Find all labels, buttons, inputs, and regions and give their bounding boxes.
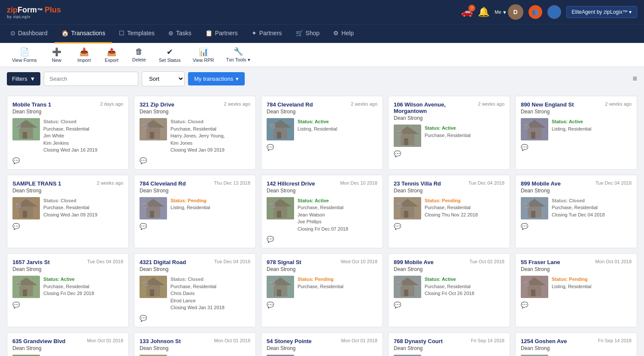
elite-button[interactable]: EliteAgent by zipLogix™ ▾ bbox=[566, 6, 637, 18]
new-icon: ➕ bbox=[52, 47, 61, 57]
export-btn[interactable]: 📤 Export bbox=[99, 46, 125, 64]
card-body: Status: Closed Purchase, Residential Clo… bbox=[521, 197, 632, 219]
team-avatar-2[interactable]: 👤 bbox=[547, 5, 561, 19]
menu-item-tasks[interactable]: ⊚ Tasks bbox=[161, 24, 198, 43]
new-btn[interactable]: ➕ New bbox=[44, 46, 70, 64]
view-forms-icon: 📄 bbox=[20, 47, 29, 57]
card-header: Mobile Trans 1 Dean Strong 2 days ago bbox=[12, 101, 123, 115]
transaction-card[interactable]: 899 Mobile Ave Dean Strong Tue Dec 04 20… bbox=[515, 175, 637, 249]
comment-icon: 💬 bbox=[394, 223, 401, 230]
transaction-card[interactable]: 23 Tennis Villa Rd Dean Strong Tue Dec 0… bbox=[388, 175, 510, 249]
status-badge: Status: Active bbox=[425, 277, 456, 282]
transaction-card[interactable]: 133 Johnson St Dean Strong Mon Oct 01 20… bbox=[134, 332, 256, 356]
transaction-card[interactable]: 899 Mobile Ave Dean Strong Tue Oct 02 20… bbox=[388, 253, 510, 327]
card-date: Tue Dec 04 2018 bbox=[468, 180, 504, 186]
svg-rect-33 bbox=[150, 211, 154, 218]
transaction-type: Listing, Residential bbox=[298, 125, 337, 133]
transaction-card[interactable]: SAMPLE TRANS 1 Dean Strong 2 weeks ago S… bbox=[7, 175, 129, 249]
transaction-card[interactable]: 54 Stoney Pointe Dean Strong Mon Oct 01 … bbox=[261, 332, 383, 356]
list-view-btn[interactable]: ≡ bbox=[632, 74, 637, 83]
card-body: Status: Pending Listing, Residential bbox=[267, 355, 377, 356]
card-image bbox=[394, 197, 421, 219]
transaction-card[interactable]: 784 Cleveland Rd Dean Strong 2 weeks ago… bbox=[261, 96, 383, 170]
card-title: 1657 Jarvis St bbox=[12, 259, 50, 265]
transaction-card[interactable]: 784 Cleveland Rd Dean Strong Thu Dec 13 … bbox=[134, 175, 256, 249]
comment-icon: 💬 bbox=[521, 144, 528, 151]
txn-tools-btn[interactable]: 🔧 Txn Tools ▾ bbox=[221, 45, 255, 64]
import-btn[interactable]: 📥 Import bbox=[71, 46, 97, 64]
me-label: Me bbox=[495, 9, 501, 15]
team-avatar-1[interactable]: 👥 bbox=[529, 5, 542, 19]
transaction-card[interactable]: 1657 Jarvis St Dean Strong Tue Dec 04 20… bbox=[7, 253, 129, 327]
menu-item-help[interactable]: ⚙ Help bbox=[326, 24, 361, 43]
card-image bbox=[521, 355, 548, 356]
card-title: 899 Mobile Ave bbox=[521, 180, 561, 187]
card-footer: 💬 bbox=[140, 223, 250, 230]
export-label: Export bbox=[105, 58, 118, 63]
transaction-type: Purchase, Residential bbox=[43, 125, 97, 133]
transaction-card[interactable]: 321 Zip Drive Dean Strong 2 weeks ago St… bbox=[134, 96, 256, 170]
svg-rect-34 bbox=[143, 203, 148, 207]
search-input[interactable] bbox=[44, 72, 138, 86]
card-header: 4321 Digital Road Dean Strong Tue Dec 04… bbox=[140, 259, 250, 272]
view-rpr-btn[interactable]: 📊 View RPR bbox=[188, 46, 219, 64]
menu-label-transactions: Transactions bbox=[71, 30, 106, 37]
set-status-btn[interactable]: ✔ Set Status bbox=[154, 46, 186, 64]
card-agent: Dean Strong bbox=[267, 266, 301, 272]
status-badge: Status: Active bbox=[298, 119, 329, 124]
car-icon-btn[interactable]: 🚗 7 bbox=[461, 6, 473, 18]
help-icon: ⚙ bbox=[333, 30, 339, 37]
card-date: Mon Oct 01 2018 bbox=[214, 338, 250, 343]
my-transactions-btn[interactable]: My transactions ▾ bbox=[188, 72, 245, 85]
card-date: Mon Dec 10 2018 bbox=[340, 180, 377, 186]
transaction-card[interactable]: 4321 Digital Road Dean Strong Tue Dec 04… bbox=[134, 253, 256, 327]
transaction-card[interactable]: 55 Fraser Lane Dean Strong Mon Oct 01 20… bbox=[515, 253, 637, 327]
card-image bbox=[267, 197, 294, 219]
transaction-card[interactable]: 106 Wilson Avenue, Morgantown Dean Stron… bbox=[388, 96, 510, 170]
transaction-card[interactable]: 978 Signal St Dean Strong Wed Oct 10 201… bbox=[261, 253, 383, 327]
transaction-type: Listing, Residential bbox=[552, 125, 591, 133]
transaction-card[interactable]: 142 Hillcrest Drive Dean Strong Mon Dec … bbox=[261, 175, 383, 249]
transaction-card[interactable]: 890 New England St Dean Strong 2 weeks a… bbox=[515, 96, 637, 170]
view-rpr-icon: 📊 bbox=[199, 47, 208, 57]
menu-item-partners[interactable]: ✦ Partners bbox=[245, 24, 289, 43]
transaction-card[interactable]: 1254 Goshen Ave Dean Strong Fri Sep 14 2… bbox=[515, 332, 637, 356]
bell-icon-btn[interactable]: 🔔 bbox=[478, 6, 489, 18]
menu-item-transactions[interactable]: 🏠 Transactions bbox=[55, 24, 112, 43]
menu-item-shop[interactable]: 🛒 Shop bbox=[289, 24, 327, 43]
delete-btn[interactable]: 🗑 Delete bbox=[126, 46, 152, 64]
view-forms-btn[interactable]: 📄 View Forms bbox=[7, 46, 42, 64]
card-details: Status: Active Listing, Residential bbox=[298, 118, 337, 140]
status-badge: Status: Closed bbox=[43, 119, 76, 124]
menu-item-dashboard[interactable]: ⊙ Dashboard bbox=[3, 24, 55, 43]
transaction-card[interactable]: 635 Grandview Blvd Dean Strong Mon Oct 0… bbox=[7, 332, 129, 356]
logo-tm: ™ bbox=[37, 7, 43, 14]
menu-label-templates: Templates bbox=[127, 30, 155, 37]
comment-icon: 💬 bbox=[12, 157, 20, 164]
status-badge: Status: Pending bbox=[425, 198, 461, 203]
me-button[interactable]: Me ▾ D bbox=[495, 4, 523, 20]
card-footer: 💬 bbox=[394, 150, 504, 157]
card-date: 2 weeks ago bbox=[605, 101, 632, 106]
card-title: 1254 Goshen Ave bbox=[521, 338, 567, 344]
shop-icon: 🛒 bbox=[296, 30, 303, 37]
card-details: Status: Active Purchase, Residential bbox=[43, 355, 89, 356]
tasks-icon: ⊚ bbox=[168, 30, 173, 37]
transaction-card[interactable]: 768 Dynasty Court Dean Strong Fri Sep 14… bbox=[388, 332, 510, 356]
transaction-card[interactable]: Mobile Trans 1 Dean Strong 2 days ago St… bbox=[7, 96, 129, 170]
card-date: Tue Dec 04 2018 bbox=[595, 180, 632, 186]
card-body: Status: Active Listing, Residential bbox=[267, 118, 377, 140]
sort-select[interactable]: Sort Date Address Agent bbox=[142, 71, 185, 86]
card-agent: Dean Strong bbox=[140, 109, 174, 115]
status-badge: Status: Pending bbox=[552, 277, 588, 282]
comment-icon: 💬 bbox=[267, 144, 274, 151]
menu-item-templates[interactable]: ☐ Templates bbox=[112, 24, 161, 43]
card-title: 23 Tennis Villa Rd bbox=[394, 180, 441, 187]
menu-item-contacts[interactable]: 📋 Partners bbox=[198, 24, 245, 43]
filters-button[interactable]: Filters ▼ bbox=[7, 72, 40, 85]
card-footer: 💬 bbox=[12, 223, 123, 230]
card-date: Tue Dec 04 2018 bbox=[87, 259, 123, 264]
card-image bbox=[394, 125, 421, 147]
card-body: Status: Active Purchase, Residential bbox=[140, 355, 250, 356]
card-details: Status: Active Purchase, Residential bbox=[170, 355, 216, 356]
